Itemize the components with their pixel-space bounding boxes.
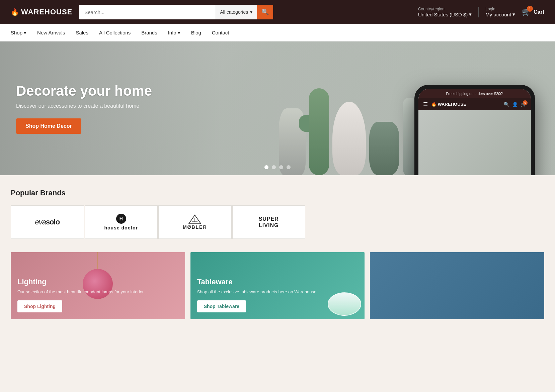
mobile-screen: Free shipping on orders over $200! ☰ 🔥 W… [418,89,531,175]
lighting-cat-title: Lighting [17,278,178,286]
hero-cta-button[interactable]: Shop Home Decor [16,118,81,134]
nav-item-info[interactable]: Info ▾ [168,30,180,36]
hero-subtitle: Discover our accessories to create a bea… [16,103,152,109]
logo-text[interactable]: WAREHOUSE [21,8,72,16]
tableware-cat-title: Tableware [197,278,358,286]
nav-item-brands[interactable]: Brands [141,30,157,35]
lighting-cat-desc: Our selection of the most beautiful pend… [17,289,178,295]
mobile-mockup: Free shipping on orders over $200! ☰ 🔥 W… [414,85,535,175]
search-bar: All categories ▾ 🔍 [79,5,273,19]
hero-dot-4[interactable] [287,165,291,169]
super-living-logo: SUPER LIVING [259,216,279,228]
hero-dot-1[interactable] [264,165,268,169]
vase-decoration-4 [369,122,399,175]
category-card-extra [370,252,544,319]
hero-section: Decorate your home Discover our accessor… [0,41,555,175]
hero-dot-2[interactable] [272,165,276,169]
account-area[interactable]: Login My account ▾ [485,7,515,17]
nav-item-shop[interactable]: Shop ▾ [11,30,26,36]
brand-card-super-living[interactable]: SUPER LIVING [232,205,306,239]
mobile-hero: Decorate your home Discover our accessor… [418,110,531,175]
category-card-lighting: Lighting Our selection of the most beaut… [11,252,185,319]
mobile-nav: ☰ 🔥 WAREHOUSE 🔍 👤 🛒 0 [418,98,531,110]
nav-item-sales[interactable]: Sales [76,30,88,35]
categories-row: Lighting Our selection of the most beaut… [0,246,555,326]
top-right-controls: Country/region United States (USD $) ▾ L… [418,7,544,17]
search-icon: 🔍 [261,8,269,16]
chevron-down-icon: ▾ [469,11,472,17]
country-region-selector[interactable]: Country/region United States (USD $) ▾ [418,7,479,17]
top-bar: 🔥 WAREHOUSE All categories ▾ 🔍 Country/r… [0,0,555,24]
popular-brands-section: Popular Brands evasolo H house doctor [0,175,555,246]
chevron-down-icon: ▾ [24,30,26,36]
search-button[interactable]: 🔍 [257,5,273,19]
mobile-nav-right: 🔍 👤 🛒 0 [504,102,526,107]
mobile-hamburger-icon[interactable]: ☰ [423,101,428,107]
popular-brands-title: Popular Brands [11,189,544,197]
hero-content: Decorate your home Discover our accessor… [0,83,168,134]
chevron-down-icon: ▾ [178,30,180,36]
vase-decoration-3 [332,102,366,175]
mobile-cart-icon-wrap[interactable]: 🛒 0 [521,102,526,107]
lighting-cta-button[interactable]: Shop Lighting [17,300,62,312]
main-content: Decorate your home Discover our accessor… [0,41,555,326]
mobile-account-icon[interactable]: 👤 [512,102,518,107]
nav-bar: Shop ▾ New Arrivals Sales All Collection… [0,24,555,41]
search-input[interactable] [79,5,215,19]
nav-item-contact[interactable]: Contact [212,30,229,35]
brands-grid: evasolo H house doctor MØBLER [11,205,305,239]
nav-item-all-collections[interactable]: All Collections [99,30,131,35]
tableware-cat-desc: Shop all the exclusive tableware product… [197,289,358,295]
logo-icon: 🔥 [11,8,19,16]
mobile-logo: 🔥 WAREHOUSE [431,102,466,107]
nav-item-blog[interactable]: Blog [191,30,201,35]
chevron-down-icon: ▾ [250,9,252,15]
mobler-logo: MØBLER [183,214,207,230]
eva-solo-logo: evasolo [35,218,60,226]
house-doctor-logo: H house doctor [104,214,138,230]
cart-area[interactable]: 🛒 1 Cart [522,8,544,16]
brand-card-house-doctor[interactable]: H house doctor [85,205,158,239]
cactus-decoration [309,88,329,175]
lighting-cat-content: Lighting Our selection of the most beaut… [11,271,185,319]
hero-title: Decorate your home [16,83,152,99]
tableware-cat-content: Tableware Shop all the exclusive tablewa… [190,271,365,319]
mobile-search-icon[interactable]: 🔍 [504,102,509,107]
brand-card-mobler[interactable]: MØBLER [158,205,232,239]
hero-dot-3[interactable] [279,165,283,169]
search-category-dropdown[interactable]: All categories ▾ [215,5,257,19]
brand-card-eva-solo[interactable]: evasolo [11,205,84,239]
mobile-cart-badge: 0 [523,100,528,105]
category-card-tableware: Tableware Shop all the exclusive tablewa… [190,252,365,319]
mobile-topbar: Free shipping on orders over $200! [418,89,531,98]
logo-area: 🔥 WAREHOUSE [11,8,72,16]
cart-icon-wrap: 🛒 1 [522,8,531,16]
cart-badge: 1 [527,6,533,12]
nav-item-new-arrivals[interactable]: New Arrivals [37,30,65,35]
chevron-down-icon: ▾ [512,11,515,17]
hero-dots [264,165,291,169]
tableware-cta-button[interactable]: Shop Tableware [197,300,246,312]
